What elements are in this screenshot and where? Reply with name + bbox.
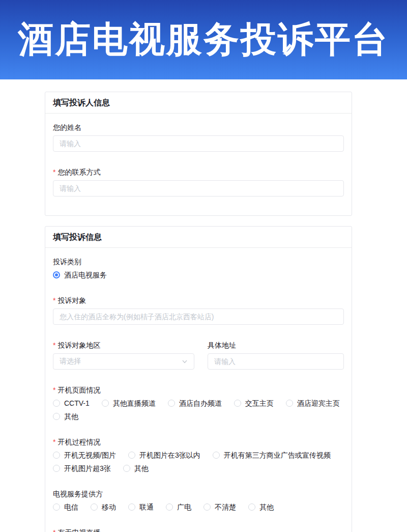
radio-option-hotel-tv[interactable]: 酒店电视服务 <box>53 270 107 280</box>
chevron-down-icon <box>182 358 188 365</box>
complainant-card: 填写投诉人信息 您的姓名 * 您的联系方式 <box>45 92 352 216</box>
live-tv-label: * 有无电视直播 <box>53 527 344 532</box>
provider-label: 电视服务提供方 <box>53 489 344 499</box>
field-provider: 电视服务提供方 电信 移动 联通 广电 <box>53 489 344 512</box>
complainant-card-title: 填写投诉人信息 <box>45 92 352 114</box>
page-banner: 酒店电视服务投诉平台 <box>0 0 407 79</box>
radio-option[interactable]: 电信 <box>53 502 78 512</box>
field-boot-page: * 开机页面情况 CCTV-1 其他直播频道 酒店自办频道 交 <box>53 385 344 422</box>
radio-label: 开机图片在3张以内 <box>139 450 200 460</box>
radio-label: 广电 <box>177 502 191 512</box>
radio-icon <box>53 503 60 511</box>
radio-option[interactable]: 开机图片超3张 <box>53 463 111 473</box>
radio-option[interactable]: 其他 <box>248 502 274 512</box>
region-column: * 投诉对象地区 请选择 <box>53 340 194 370</box>
provider-radio-group: 电信 移动 联通 广电 不清楚 <box>53 502 344 512</box>
contact-input[interactable] <box>53 180 344 197</box>
radio-label: 开机无视频/图片 <box>64 450 116 460</box>
field-boot-process: * 开机过程情况 开机无视频/图片 开机图片在3张以内 开机有第三方商业广告或宣… <box>53 437 344 473</box>
radio-label: 开机图片超3张 <box>64 463 111 473</box>
radio-label: 不清楚 <box>215 502 236 512</box>
radio-option[interactable]: 其他 <box>123 463 149 473</box>
field-target: * 投诉对象 <box>53 295 344 325</box>
address-input[interactable] <box>208 353 344 370</box>
contact-label: * 您的联系方式 <box>53 167 344 177</box>
required-asterisk: * <box>53 385 55 395</box>
radio-icon <box>128 452 135 459</box>
required-asterisk: * <box>53 527 55 532</box>
radio-label: 酒店迎宾主页 <box>297 398 340 408</box>
radio-label: 开机有第三方商业广告或宣传视频 <box>224 450 331 460</box>
required-asterisk: * <box>53 295 55 305</box>
address-label: 具体地址 <box>208 340 344 350</box>
boot-process-radio-group: 开机无视频/图片 开机图片在3张以内 开机有第三方商业广告或宣传视频 开机图片超… <box>53 450 344 473</box>
radio-option[interactable]: 开机图片在3张以内 <box>128 450 200 460</box>
radio-icon <box>53 452 60 459</box>
target-input[interactable] <box>53 309 344 325</box>
complaint-card-title: 填写投诉信息 <box>45 227 352 248</box>
radio-option[interactable]: 交互主页 <box>234 398 274 408</box>
address-column: 具体地址 <box>208 340 344 370</box>
radio-icon <box>213 452 220 459</box>
field-category: 投诉类别 酒店电视服务 <box>53 257 344 280</box>
field-region-address: * 投诉对象地区 请选择 具体地址 <box>53 340 344 370</box>
radio-label: 其他直播频道 <box>113 398 156 408</box>
category-radio-group: 酒店电视服务 <box>53 270 344 280</box>
radio-icon <box>53 465 60 472</box>
radio-label: 移动 <box>102 502 116 512</box>
radio-label: 酒店电视服务 <box>64 270 107 280</box>
radio-icon <box>286 400 293 407</box>
radio-label: 交互主页 <box>245 398 274 408</box>
radio-option[interactable]: 开机无视频/图片 <box>53 450 116 460</box>
radio-label: 其他 <box>259 502 274 512</box>
radio-option[interactable]: 联通 <box>128 502 154 512</box>
radio-option[interactable]: 移动 <box>91 502 116 512</box>
field-live-tv: * 有无电视直播 <box>53 527 344 532</box>
radio-option[interactable]: 不清楚 <box>204 502 236 512</box>
region-select-placeholder: 请选择 <box>60 357 81 366</box>
complaint-card: 填写投诉信息 投诉类别 酒店电视服务 * 投诉对象 * <box>45 226 352 532</box>
required-asterisk: * <box>53 340 55 350</box>
radio-label: 其他 <box>64 411 78 422</box>
radio-icon <box>168 400 175 407</box>
page-title: 酒店电视服务投诉平台 <box>18 16 389 64</box>
radio-icon <box>53 413 60 420</box>
radio-icon <box>128 503 135 511</box>
region-select[interactable]: 请选择 <box>53 353 194 370</box>
radio-option[interactable]: 其他直播频道 <box>102 398 156 408</box>
radio-option[interactable]: 其他 <box>53 411 78 422</box>
field-name: 您的姓名 <box>53 122 344 152</box>
boot-process-label: * 开机过程情况 <box>53 437 344 447</box>
radio-option[interactable]: 广电 <box>166 502 191 512</box>
radio-icon <box>166 503 173 511</box>
radio-label: 其他 <box>134 463 149 473</box>
required-asterisk: * <box>53 167 55 177</box>
radio-icon <box>248 503 255 511</box>
radio-option[interactable]: 开机有第三方商业广告或宣传视频 <box>213 450 331 460</box>
name-label: 您的姓名 <box>53 122 344 132</box>
radio-icon <box>204 503 211 511</box>
boot-page-radio-group: CCTV-1 其他直播频道 酒店自办频道 交互主页 酒店迎宾主页 <box>53 398 344 422</box>
radio-icon <box>234 400 241 407</box>
radio-label: CCTV-1 <box>64 398 90 408</box>
radio-icon <box>102 400 109 407</box>
radio-option[interactable]: CCTV-1 <box>53 398 90 408</box>
radio-label: 电信 <box>64 502 78 512</box>
field-contact: * 您的联系方式 <box>53 167 344 197</box>
radio-label: 酒店自办频道 <box>179 398 222 408</box>
radio-selected-icon <box>53 271 60 278</box>
name-input[interactable] <box>53 135 344 152</box>
target-label: * 投诉对象 <box>53 295 344 305</box>
radio-icon <box>91 503 98 511</box>
radio-option[interactable]: 酒店迎宾主页 <box>286 398 340 408</box>
region-label: * 投诉对象地区 <box>53 340 194 350</box>
boot-page-label: * 开机页面情况 <box>53 385 344 395</box>
radio-label: 联通 <box>139 502 154 512</box>
radio-icon <box>53 400 60 407</box>
required-asterisk: * <box>53 437 55 447</box>
category-label: 投诉类别 <box>53 257 344 267</box>
radio-option[interactable]: 酒店自办频道 <box>168 398 222 408</box>
radio-icon <box>123 465 130 472</box>
